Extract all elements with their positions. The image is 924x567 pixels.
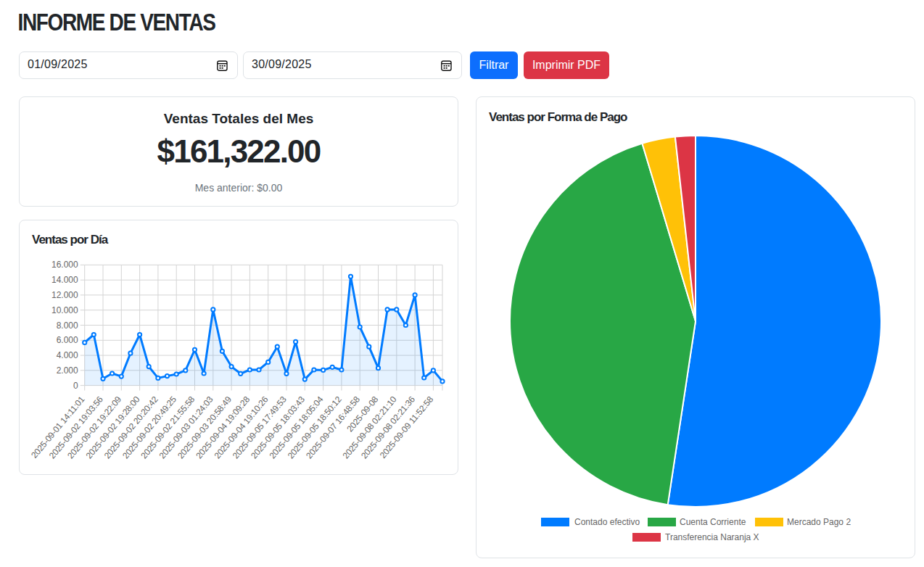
svg-text:Mercado Pago 2: Mercado Pago 2 — [787, 517, 851, 527]
svg-text:6.000: 6.000 — [57, 335, 78, 345]
svg-text:4.000: 4.000 — [57, 350, 78, 360]
svg-text:16.000: 16.000 — [51, 260, 78, 270]
svg-text:12.000: 12.000 — [51, 290, 78, 300]
svg-text:Cuenta Corriente: Cuenta Corriente — [680, 517, 746, 527]
svg-text:14.000: 14.000 — [51, 275, 78, 285]
svg-text:2.000: 2.000 — [57, 365, 78, 376]
svg-text:10.000: 10.000 — [51, 305, 78, 315]
svg-text:8.000: 8.000 — [57, 320, 78, 331]
svg-text:0: 0 — [73, 381, 78, 391]
svg-text:Contado efectivo: Contado efectivo — [574, 517, 640, 527]
svg-text:Transferencia Naranja X: Transferencia Naranja X — [665, 532, 759, 542]
